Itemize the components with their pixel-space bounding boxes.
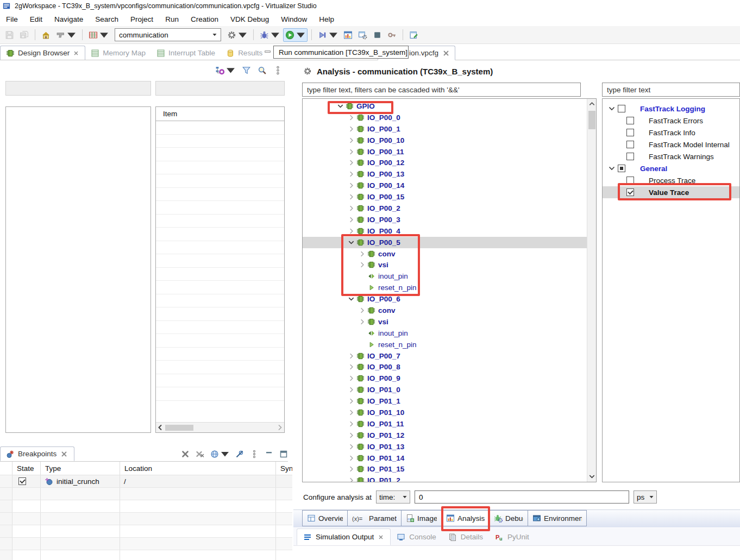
- logging-node-fasttrack-logging[interactable]: FastTrack Logging: [603, 103, 739, 115]
- chevron-right-icon[interactable]: [347, 408, 355, 417]
- chevron-right-icon[interactable]: [347, 125, 355, 133]
- breakpoint-enabled-checkbox[interactable]: [18, 477, 26, 485]
- tree-node-inout-pin[interactable]: inout_pin: [303, 270, 587, 282]
- globe-button[interactable]: [210, 450, 229, 458]
- chevron-right-icon[interactable]: [347, 397, 355, 405]
- menu-project[interactable]: Project: [124, 13, 159, 26]
- minimize-button[interactable]: [265, 450, 273, 458]
- tree-node-inout-pin[interactable]: inout_pin: [303, 328, 587, 339]
- tree-node-io-p00-6[interactable]: IO_P00_6: [303, 293, 587, 305]
- chevron-right-icon[interactable]: [347, 159, 355, 167]
- chevron-right-icon[interactable]: [347, 204, 355, 212]
- resume-button[interactable]: [316, 28, 340, 42]
- tree-node-io-p00-1[interactable]: IO_P00_1: [303, 123, 587, 135]
- menu-file[interactable]: File: [0, 13, 24, 26]
- tree-node-vsi[interactable]: vsi: [303, 316, 587, 328]
- chevron-right-icon[interactable]: [358, 306, 366, 314]
- chevron-right-icon[interactable]: [347, 170, 355, 178]
- tree-node-io-p00-8[interactable]: IO_P00_8: [303, 361, 587, 373]
- maximize-button[interactable]: [279, 450, 288, 458]
- table-view-button[interactable]: [86, 28, 111, 42]
- chevron-right-icon[interactable]: [358, 318, 366, 326]
- restore-icon[interactable]: [264, 48, 272, 55]
- tab-debug[interactable]: Debug: [490, 510, 528, 526]
- tab-design-browser[interactable]: Design Browser: [0, 46, 85, 60]
- checkbox-fasttrack-model-internal[interactable]: [626, 141, 634, 148]
- tree-node-io-p01-11[interactable]: IO_P01_11: [303, 418, 587, 430]
- breakpoint-row[interactable]: initial_crunch/: [0, 475, 292, 488]
- checkbox-fasttrack-logging[interactable]: [618, 105, 625, 112]
- tree-node-conv[interactable]: conv: [303, 305, 587, 316]
- save-button[interactable]: [3, 28, 16, 42]
- tree-node-io-p00-15[interactable]: IO_P00_15: [303, 191, 587, 203]
- tree-node-reset-n-pin[interactable]: reset_n_pin: [303, 282, 587, 293]
- logging-node-fasttrack-warnings[interactable]: FastTrack Warnings: [603, 150, 739, 162]
- horizontal-scrollbar[interactable]: [156, 422, 284, 432]
- tab-results[interactable]: Results: [221, 46, 268, 60]
- search-button[interactable]: [258, 66, 267, 75]
- logging-node-value-trace[interactable]: Value Trace: [603, 186, 739, 198]
- checkbox-general[interactable]: [618, 165, 625, 172]
- chevron-down-icon[interactable]: [336, 102, 344, 110]
- chevron-right-icon[interactable]: [347, 181, 355, 190]
- checkbox-value-trace[interactable]: [626, 188, 634, 196]
- settings-button[interactable]: [225, 28, 249, 42]
- run-button[interactable]: [283, 28, 308, 42]
- checkbox-fasttrack-info[interactable]: [626, 129, 634, 136]
- scrollbar-thumb[interactable]: [588, 111, 595, 129]
- tree-node-io-p00-5[interactable]: IO_P00_5: [303, 237, 587, 248]
- menu-navigate[interactable]: Navigate: [48, 13, 89, 26]
- checkbox-fasttrack-errors[interactable]: [626, 117, 634, 124]
- chevron-right-icon[interactable]: [347, 420, 355, 428]
- tree-node-io-p00-13[interactable]: IO_P00_13: [303, 168, 587, 180]
- tab-simulation-output[interactable]: Simulation Output: [297, 528, 391, 545]
- chevron-right-icon[interactable]: [347, 465, 355, 473]
- scroll-up-icon[interactable]: [588, 100, 596, 108]
- tab-images[interactable]: 010Images: [402, 510, 442, 526]
- chevron-right-icon[interactable]: [347, 386, 355, 394]
- tree-node-reset-n-pin[interactable]: reset_n_pin: [303, 339, 587, 350]
- chevron-right-icon[interactable]: [347, 431, 355, 439]
- design-browser-filter-input[interactable]: [5, 81, 151, 96]
- analysis-view-button[interactable]: [341, 28, 355, 42]
- menu-edit[interactable]: Edit: [24, 13, 48, 26]
- new-platform-button[interactable]: [39, 28, 53, 42]
- tab-environment[interactable]: Environment: [528, 510, 587, 526]
- chevron-right-icon[interactable]: [347, 136, 355, 144]
- logging-node-fasttrack-info[interactable]: FastTrack Info: [603, 127, 739, 139]
- scrollbar-thumb[interactable]: [165, 425, 193, 431]
- close-icon[interactable]: [442, 49, 450, 58]
- tab-analysis[interactable]: Analysis: [442, 510, 490, 526]
- tree-node-conv[interactable]: conv: [303, 248, 587, 260]
- tab-overview[interactable]: Overview: [302, 510, 348, 526]
- view-menu-button[interactable]: [273, 66, 283, 75]
- scroll-down-icon[interactable]: [588, 473, 596, 481]
- tree-node-io-p00-9[interactable]: IO_P00_9: [303, 373, 587, 384]
- tree-node-io-p01-12[interactable]: IO_P01_12: [303, 430, 587, 441]
- unit-select[interactable]: ps: [634, 490, 657, 504]
- chevron-down-icon[interactable]: [607, 164, 616, 173]
- menu-creation[interactable]: Creation: [185, 13, 224, 26]
- chevron-right-icon[interactable]: [358, 261, 366, 269]
- tree-node-io-p00-4[interactable]: IO_P00_4: [303, 225, 587, 237]
- logging-node-fasttrack-model-internal[interactable]: FastTrack Model Internal: [603, 139, 739, 150]
- tree-node-io-p01-15[interactable]: IO_P01_15: [303, 464, 587, 475]
- chevron-right-icon[interactable]: [347, 114, 355, 122]
- scroll-left-icon[interactable]: [156, 423, 165, 432]
- tree-node-io-p01-0[interactable]: IO_P01_0: [303, 384, 587, 395]
- logging-node-general[interactable]: General: [603, 162, 739, 174]
- chevron-right-icon[interactable]: [347, 216, 355, 224]
- menu-run[interactable]: Run: [159, 13, 185, 26]
- chevron-down-icon[interactable]: [607, 104, 616, 113]
- chevron-right-icon[interactable]: [347, 193, 355, 201]
- tab-breakpoints[interactable]: Breakpoints: [0, 446, 74, 461]
- tab-console[interactable]: Console: [391, 528, 442, 545]
- license-button[interactable]: [385, 28, 399, 42]
- chevron-right-icon[interactable]: [347, 443, 355, 451]
- chevron-right-icon[interactable]: [347, 148, 355, 156]
- chevron-right-icon[interactable]: [358, 250, 366, 258]
- checkbox-fasttrack-warnings[interactable]: [626, 153, 634, 160]
- tree-node-io-p01-1[interactable]: IO_P01_1: [303, 395, 587, 407]
- chevron-down-icon[interactable]: [347, 295, 355, 303]
- menu-search[interactable]: Search: [89, 13, 124, 26]
